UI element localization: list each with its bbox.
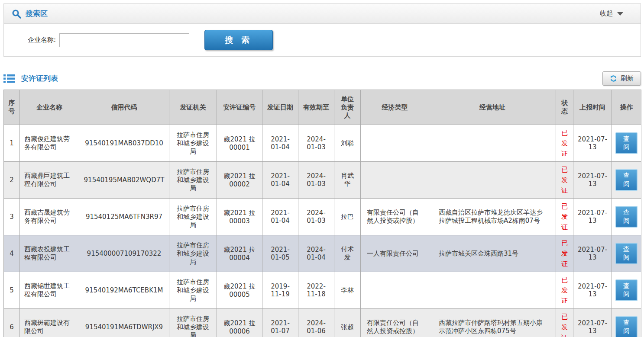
view-button[interactable]: 查阅 (615, 279, 638, 301)
table-row: 4 西藏农投建筑工程有限公司 915400007109170322 拉萨市住房和… (4, 235, 641, 272)
permit-table-body: 1 西藏俊廷建筑劳务有限公司 91540191MAB037DD10 拉萨市住房和… (4, 125, 641, 337)
cell-company-name: 西藏锦世建筑工程有限公司 (20, 272, 79, 309)
cell-credit-code: 91540192MA6TCEBK1M (79, 272, 169, 309)
cell-economic-type (361, 125, 429, 162)
cell-report-time: 2021-07-13 (573, 272, 612, 309)
cell-company-name: 西藏俊廷建筑劳务有限公司 (20, 125, 79, 162)
cell-serial: 4 (4, 235, 20, 272)
cell-issuing-authority: 拉萨市住房和城乡建设局 (169, 125, 217, 162)
cell-credit-code: 91540195MAB02WQD7T (79, 162, 169, 199)
search-button[interactable]: 搜 索 (204, 30, 273, 50)
table-row: 1 西藏俊廷建筑劳务有限公司 91540191MAB037DD10 拉萨市住房和… (4, 125, 641, 162)
cell-issuing-authority: 拉萨市住房和城乡建设局 (169, 199, 217, 235)
view-button[interactable]: 查阅 (615, 132, 638, 154)
cell-person-in-charge: 张超 (334, 309, 361, 337)
header-serial: 序号 (4, 90, 20, 125)
table-header: 序号 企业名称 信用代码 发证机关 安许证编号 发证日期 有效期至 单位负责人 … (4, 90, 641, 125)
permit-table: 序号 企业名称 信用代码 发证机关 安许证编号 发证日期 有效期至 单位负责人 … (3, 90, 641, 337)
view-button[interactable]: 查阅 (615, 243, 638, 264)
cell-status: 已发证 (556, 235, 573, 272)
cell-valid-until: 2024-01-04 (298, 235, 334, 272)
cell-business-address: 西藏拉萨市仲萨路塔玛村第五期小康示范冲萨小区东四栋075号 (429, 309, 556, 337)
cell-status: 已发证 (556, 272, 573, 309)
header-action: 操作 (612, 90, 641, 125)
cell-status: 已发证 (556, 199, 573, 235)
cell-valid-until: 2022-11-18 (298, 272, 334, 309)
cell-credit-code: 915400007109170322 (79, 235, 169, 272)
search-icon (12, 9, 21, 19)
cell-issuing-authority: 拉萨市住房和城乡建设局 (169, 162, 217, 199)
search-panel: 搜索区 收起 企业名称: 搜 索 (3, 3, 641, 57)
cell-business-address (429, 162, 556, 199)
cell-serial: 1 (4, 125, 20, 162)
cell-company-name: 西藏斑霸建设有限公司 (20, 309, 79, 337)
cell-business-address (429, 272, 556, 309)
cell-economic-type: 一人有限责任公司 (361, 235, 429, 272)
cell-person-in-charge: 付术发 (334, 235, 361, 272)
cell-action: 查阅 (612, 309, 641, 337)
cell-serial: 2 (4, 162, 20, 199)
cell-issuing-authority: 拉萨市住房和城乡建设局 (169, 272, 217, 309)
cell-serial: 6 (4, 309, 20, 337)
cell-license-number: 藏2021 拉 00001 (217, 125, 262, 162)
header-credit-code: 信用代码 (79, 90, 169, 125)
cell-economic-type: 有限责任公司（自然人投资或控股） (361, 199, 429, 235)
cell-license-number: 藏2021 拉 00003 (217, 199, 262, 235)
cell-action: 查阅 (612, 272, 641, 309)
cell-status: 已发证 (556, 125, 573, 162)
cell-valid-until: 2024-01-03 (298, 199, 334, 235)
cell-person-in-charge: 拉巴 (334, 199, 361, 235)
search-panel-body: 企业名称: 搜 索 (4, 24, 641, 56)
cell-serial: 3 (4, 199, 20, 235)
cell-issue-date: 2021-01-04 (262, 199, 298, 235)
cell-person-in-charge: 李林 (334, 272, 361, 309)
cell-report-time: 2021-07-13 (573, 309, 612, 337)
cell-action: 查阅 (612, 162, 641, 199)
cell-business-address: 拉萨市城关区金珠西路31号 (429, 235, 556, 272)
table-row: 3 西藏吉晟建筑劳务有限公司 91540125MA6TFN3R97 拉萨市住房和… (4, 199, 641, 235)
search-panel-title: 搜索区 (26, 9, 48, 19)
cell-credit-code: 91540125MA6TFN3R97 (79, 199, 169, 235)
cell-company-name: 西藏农投建筑工程有限公司 (20, 235, 79, 272)
cell-business-address (429, 125, 556, 162)
cell-economic-type (361, 162, 429, 199)
view-button[interactable]: 查阅 (615, 206, 638, 228)
cell-company-name: 西藏鼎巨建筑工程有限公司 (20, 162, 79, 199)
cell-valid-until: 2024-01-06 (298, 309, 334, 337)
cell-status: 已发证 (556, 309, 573, 337)
refresh-button[interactable]: 刷新 (602, 71, 641, 86)
cell-license-number: 藏2021 拉 00006 (217, 309, 262, 337)
cell-person-in-charge: 刘聪 (334, 125, 361, 162)
cell-license-number: 藏2021 拉 00002 (217, 162, 262, 199)
cell-report-time: 2021-07-13 (573, 125, 612, 162)
header-valid-until: 有效期至 (298, 90, 334, 125)
header-economic-type: 经济类型 (361, 90, 429, 125)
company-name-label: 企业名称: (28, 36, 56, 44)
cell-issue-date: 2021-01-07 (262, 309, 298, 337)
view-button[interactable]: 查阅 (615, 316, 638, 337)
list-icon (3, 74, 15, 83)
cell-economic-type: 有限责任公司（自然人投资或控股） (361, 309, 429, 337)
cell-company-name: 西藏吉晟建筑劳务有限公司 (20, 199, 79, 235)
cell-credit-code: 91540191MA6TDWRJX9 (79, 309, 169, 337)
company-name-input[interactable] (59, 33, 189, 47)
header-license-number: 安许证编号 (217, 90, 262, 125)
header-issue-date: 发证日期 (262, 90, 298, 125)
cell-action: 查阅 (612, 235, 641, 272)
cell-issue-date: 2021-01-04 (262, 125, 298, 162)
cell-issue-date: 2021-01-05 (262, 235, 298, 272)
cell-serial: 5 (4, 272, 20, 309)
table-row: 5 西藏锦世建筑工程有限公司 91540192MA6TCEBK1M 拉萨市住房和… (4, 272, 641, 309)
collapse-toggle[interactable]: 收起 (600, 10, 633, 18)
cell-license-number: 藏2021 拉 00004 (217, 235, 262, 272)
view-button[interactable]: 查阅 (615, 169, 638, 191)
cell-valid-until: 2024-01-03 (298, 162, 334, 199)
cell-person-in-charge: 肖武华 (334, 162, 361, 199)
collapse-label: 收起 (600, 10, 613, 18)
cell-issue-date: 2019-11-19 (262, 272, 298, 309)
cell-report-time: 2021-07-13 (573, 162, 612, 199)
header-status: 状态 (556, 90, 573, 125)
header-company-name: 企业名称 (20, 90, 79, 125)
cell-report-time: 2021-07-13 (573, 235, 612, 272)
list-title: 安许证列表 (21, 74, 58, 83)
